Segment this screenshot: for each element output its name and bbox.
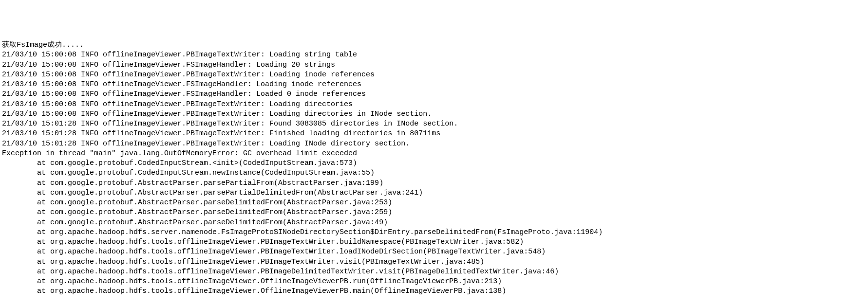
log-line: 21/03/10 15:00:08 INFO offlineImageViewe… (2, 90, 866, 99)
log-line: at org.apache.hadoop.hdfs.tools.offlineI… (2, 237, 866, 247)
log-line: at org.apache.hadoop.hdfs.tools.offlineI… (2, 277, 866, 287)
log-line: at org.apache.hadoop.hdfs.tools.offlineI… (2, 287, 866, 296)
log-line: 21/03/10 15:01:28 INFO offlineImageViewe… (2, 139, 866, 149)
log-line: at org.apache.hadoop.hdfs.tools.offlineI… (2, 247, 866, 257)
log-line: 21/03/10 15:00:08 INFO offlineImageViewe… (2, 50, 866, 60)
log-line: at com.google.protobuf.CodedInputStream.… (2, 168, 866, 178)
log-line: at com.google.protobuf.AbstractParser.pa… (2, 179, 866, 188)
terminal-output: 获取FsImage成功.....21/03/10 15:00:08 INFO o… (2, 40, 866, 297)
log-line: at org.apache.hadoop.hdfs.tools.offlineI… (2, 267, 866, 277)
log-line: at com.google.protobuf.AbstractParser.pa… (2, 208, 866, 217)
log-line: at com.google.protobuf.AbstractParser.pa… (2, 188, 866, 198)
log-line: Exception in thread "main" java.lang.Out… (2, 149, 866, 159)
log-line: at com.google.protobuf.CodedInputStream.… (2, 159, 866, 168)
log-line: 21/03/10 15:01:28 INFO offlineImageViewe… (2, 129, 866, 139)
log-line: 21/03/10 15:00:08 INFO offlineImageViewe… (2, 80, 866, 90)
log-line: at com.google.protobuf.AbstractParser.pa… (2, 218, 866, 228)
log-line: 获取FsImage成功..... (2, 40, 866, 50)
log-line: 21/03/10 15:00:08 INFO offlineImageViewe… (2, 60, 866, 70)
log-line: 21/03/10 15:01:28 INFO offlineImageViewe… (2, 119, 866, 129)
log-line: at org.apache.hadoop.hdfs.tools.offlineI… (2, 257, 866, 267)
log-line: 21/03/10 15:00:08 INFO offlineImageViewe… (2, 100, 866, 109)
log-line: at com.google.protobuf.AbstractParser.pa… (2, 198, 866, 208)
log-line: at org.apache.hadoop.hdfs.server.namenod… (2, 228, 866, 237)
log-line: 21/03/10 15:00:08 INFO offlineImageViewe… (2, 109, 866, 119)
log-line: 21/03/10 15:00:08 INFO offlineImageViewe… (2, 70, 866, 80)
